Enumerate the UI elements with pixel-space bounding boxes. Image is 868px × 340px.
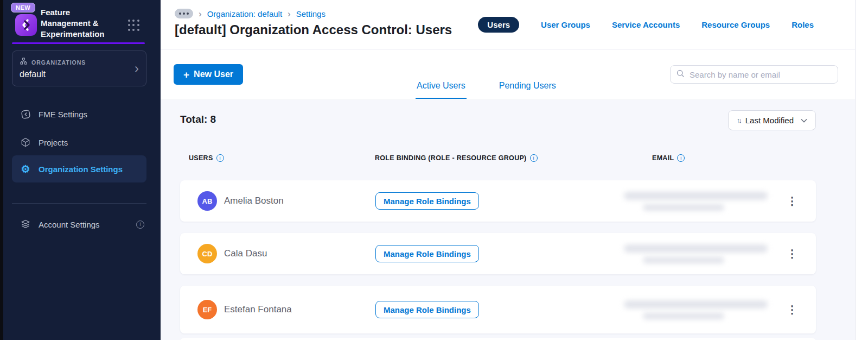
total-count: Total: 8 bbox=[180, 114, 216, 125]
user-cell: EF Estefan Fontana bbox=[180, 300, 375, 319]
sidebar-item-label: FME Settings bbox=[39, 110, 87, 119]
column-header-role-binding: ROLE BINDING (ROLE - RESOURCE GROUP) i bbox=[375, 154, 538, 162]
role-binding-cell: Manage Role Bindings bbox=[375, 245, 652, 262]
manage-role-bindings-button[interactable]: Manage Role Bindings bbox=[375, 245, 479, 262]
sidebar-item-label: Projects bbox=[39, 138, 68, 147]
avatar: EF bbox=[197, 300, 217, 319]
plus-icon: + bbox=[183, 70, 189, 80]
org-selector-label: ORGANIZATIONS bbox=[31, 59, 86, 66]
avatar: CD bbox=[197, 244, 217, 263]
brand-accent-line bbox=[12, 42, 145, 44]
role-binding-cell: Manage Role Bindings bbox=[375, 192, 652, 210]
email-redacted bbox=[624, 300, 776, 319]
sort-dropdown[interactable]: ↑↓ Last Modified bbox=[728, 110, 816, 130]
info-icon[interactable]: i bbox=[677, 154, 685, 162]
new-badge: NEW bbox=[11, 3, 35, 12]
email-redacted bbox=[624, 192, 776, 211]
column-header-label: EMAIL bbox=[652, 154, 674, 162]
row-menu-kebab-icon[interactable]: ⋮ bbox=[784, 246, 800, 261]
users-list-section: Total: 8 ↑↓ Last Modified USERS i ROLE B… bbox=[161, 100, 855, 340]
sidebar-item-fme-settings[interactable]: FME Settings bbox=[12, 106, 146, 122]
info-icon[interactable]: i bbox=[216, 154, 224, 162]
tab-user-groups[interactable]: User Groups bbox=[541, 20, 590, 29]
tab-roles[interactable]: Roles bbox=[792, 20, 814, 29]
email-cell bbox=[652, 192, 784, 211]
access-control-tabs: Users User Groups Service Accounts Resou… bbox=[478, 17, 814, 33]
chevron-down-icon bbox=[801, 118, 807, 123]
email-cell bbox=[652, 300, 784, 319]
email-cell bbox=[652, 244, 784, 263]
app-grid-icon[interactable] bbox=[128, 20, 140, 32]
info-icon[interactable]: i bbox=[136, 221, 144, 229]
org-tree-icon bbox=[20, 57, 28, 67]
tab-pending-users[interactable]: Pending Users bbox=[498, 81, 557, 99]
layers-icon bbox=[20, 219, 31, 230]
product-title: Feature Management & Experimentation bbox=[41, 7, 122, 40]
table-row: CD Cala Dasu Manage Role Bindings ⋮ bbox=[180, 233, 816, 274]
fme-settings-icon bbox=[20, 109, 31, 120]
breadcrumb-link-settings[interactable]: Settings bbox=[296, 9, 326, 18]
sort-arrows-icon: ↑↓ bbox=[737, 116, 741, 124]
manage-role-bindings-button[interactable]: Manage Role Bindings bbox=[375, 301, 479, 318]
toolbar: + New User Active Users Pending Users bbox=[161, 50, 855, 99]
search-icon bbox=[676, 69, 685, 80]
sidebar-item-projects[interactable]: Projects bbox=[12, 134, 146, 150]
sidebar-item-label: Organization Settings bbox=[39, 165, 123, 174]
sidebar-item-organization-settings[interactable]: ⚙ Organization Settings bbox=[12, 155, 146, 182]
breadcrumb-link-organization[interactable]: Organization: default bbox=[207, 9, 282, 18]
row-menu-kebab-icon[interactable]: ⋮ bbox=[784, 302, 800, 317]
tab-resource-groups[interactable]: Resource Groups bbox=[701, 20, 770, 29]
table-row: AB Amelia Boston Manage Role Bindings ⋮ bbox=[180, 180, 816, 222]
sidebar-divider bbox=[12, 203, 146, 204]
breadcrumb: › Organization: default › Settings bbox=[175, 9, 326, 18]
avatar: AB bbox=[197, 191, 217, 211]
user-name: Amelia Boston bbox=[224, 196, 284, 206]
table-row-partial[interactable] bbox=[180, 338, 816, 340]
new-user-button[interactable]: + New User bbox=[174, 64, 243, 85]
page-title: [default] Organization Access Control: U… bbox=[175, 22, 452, 37]
email-redacted bbox=[624, 244, 776, 263]
table-row: EF Estefan Fontana Manage Role Bindings … bbox=[180, 286, 816, 333]
user-cell: CD Cala Dasu bbox=[180, 244, 375, 263]
user-name: Cala Dasu bbox=[224, 248, 267, 259]
column-header-email: EMAIL i bbox=[652, 154, 685, 162]
search-input[interactable] bbox=[690, 70, 832, 79]
chevron-right-icon: › bbox=[135, 61, 139, 76]
user-cell: AB Amelia Boston bbox=[180, 191, 375, 211]
breadcrumb-ellipsis-button[interactable] bbox=[175, 9, 193, 18]
sidebar-item-account-settings[interactable]: Account Settings i bbox=[12, 216, 146, 232]
user-view-tabs: Active Users Pending Users bbox=[416, 81, 557, 99]
chevron-right-icon: › bbox=[199, 9, 202, 18]
org-selector-value: default bbox=[20, 70, 146, 79]
tab-active-users[interactable]: Active Users bbox=[416, 81, 467, 99]
sidebar: NEW Feature Management & Experimentation… bbox=[3, 0, 161, 340]
gear-icon: ⚙ bbox=[20, 164, 31, 174]
tab-service-accounts[interactable]: Service Accounts bbox=[612, 20, 680, 29]
row-menu-kebab-icon[interactable]: ⋮ bbox=[784, 193, 800, 209]
tab-users[interactable]: Users bbox=[478, 17, 519, 33]
fme-logo-icon bbox=[15, 14, 37, 38]
sort-dropdown-value: Last Modified bbox=[745, 116, 794, 125]
sidebar-item-label: Account Settings bbox=[39, 220, 100, 229]
chevron-right-icon: › bbox=[288, 9, 291, 18]
main-pane: › Organization: default › Settings [defa… bbox=[161, 0, 856, 340]
page-header: › Organization: default › Settings [defa… bbox=[161, 0, 855, 49]
column-header-label: USERS bbox=[189, 154, 213, 162]
organization-selector[interactable]: ORGANIZATIONS default › bbox=[12, 51, 146, 86]
new-user-button-label: New User bbox=[194, 70, 233, 79]
search-box bbox=[670, 65, 838, 84]
info-icon[interactable]: i bbox=[530, 154, 538, 162]
column-header-users: USERS i bbox=[189, 154, 224, 162]
cube-icon bbox=[20, 137, 31, 148]
manage-role-bindings-button[interactable]: Manage Role Bindings bbox=[375, 192, 479, 210]
column-header-label: ROLE BINDING (ROLE - RESOURCE GROUP) bbox=[375, 154, 527, 162]
role-binding-cell: Manage Role Bindings bbox=[375, 301, 652, 318]
user-name: Estefan Fontana bbox=[224, 304, 292, 315]
